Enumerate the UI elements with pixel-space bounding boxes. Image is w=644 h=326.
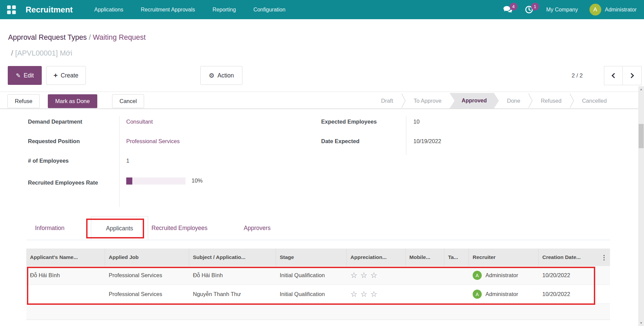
cell-mobile: [406, 266, 444, 285]
cell-applied-job: Professional Services: [105, 266, 189, 285]
column-tag[interactable]: Ta...: [444, 249, 469, 266]
user-menu[interactable]: A Administrator: [589, 4, 637, 15]
value-expected-employees: 10: [413, 119, 419, 125]
scroll-down-icon[interactable]: ▼: [638, 321, 644, 325]
cell-applicant-name: [26, 285, 105, 303]
stage-draft[interactable]: Draft: [373, 98, 401, 104]
tab-applicants-active[interactable]: Applicants: [91, 216, 148, 240]
table-row[interactable]: Đỗ Hải Bình Professional Services Đỗ Hải…: [26, 266, 610, 285]
cell-stage: Initial Qualification: [276, 266, 347, 285]
menu-applications[interactable]: Applications: [94, 7, 123, 13]
pager-count: 2 / 2: [572, 72, 583, 79]
messages-badge: 4: [510, 3, 517, 10]
cell-applicant-name: Đỗ Hải Bình: [26, 266, 105, 285]
cell-applied-job: Professional Services: [105, 285, 189, 303]
value-demand-department[interactable]: Consultant: [126, 119, 153, 125]
column-subject[interactable]: Subject / Applicatio...: [189, 249, 276, 266]
user-name: Administrator: [605, 7, 637, 13]
field-separator: [406, 116, 406, 155]
value-num-employees: 1: [126, 158, 129, 164]
cell-recruiter: A Administrator: [469, 266, 539, 285]
messages-icon[interactable]: 4: [503, 5, 513, 14]
user-avatar: A: [589, 4, 601, 15]
value-date-expected: 10/19/2022: [413, 138, 441, 144]
cancel-button[interactable]: Cancel: [112, 94, 144, 108]
mark-as-done-button[interactable]: Mark as Done: [48, 94, 97, 108]
cell-creation-date: 10/20/2022: [539, 266, 610, 285]
optional-columns-icon[interactable]: ⋮: [601, 254, 607, 261]
create-button[interactable]: + Create: [46, 66, 86, 85]
app-title[interactable]: Recruitment: [26, 5, 73, 14]
divider: [0, 108, 638, 109]
pager: [604, 66, 642, 85]
refuse-button[interactable]: Refuse: [7, 94, 40, 108]
tab-approvers[interactable]: Approvers: [244, 225, 271, 232]
empty-row: [26, 304, 610, 320]
pager-next-button[interactable]: [623, 66, 642, 85]
cell-appreciation: ☆☆☆: [347, 266, 406, 285]
scrollbar-thumb[interactable]: [639, 124, 644, 148]
tab-recruited-employees[interactable]: Recruited Employees: [151, 225, 207, 232]
company-switcher[interactable]: My Company: [546, 7, 578, 13]
menu-recruitment-approvals[interactable]: Recruitment Approvals: [141, 7, 195, 13]
stage-widget: Draft To Approve Approved Done Refused C…: [373, 93, 615, 108]
cell-creation-date: 10/20/2022: [539, 285, 610, 303]
applicants-table: Applicant's Name... Applied Job Subject …: [26, 249, 610, 320]
breadcrumb-waiting-request[interactable]: Waiting Request: [93, 33, 146, 41]
cell-appreciation: ☆☆☆: [347, 285, 406, 303]
top-navbar: Recruitment Applications Recruitment App…: [0, 0, 644, 19]
stage-refused[interactable]: Refused: [533, 98, 569, 104]
column-recruiter[interactable]: Recruiter: [469, 249, 539, 266]
cell-recruiter: A Administrator: [469, 285, 539, 303]
activities-icon[interactable]: 1: [525, 5, 535, 14]
apps-grid-icon[interactable]: [7, 5, 16, 14]
gear-icon: ⚙: [209, 72, 214, 79]
column-stage[interactable]: Stage: [276, 249, 347, 266]
star-rating-icons[interactable]: ☆☆☆: [350, 271, 380, 280]
pager-previous-button[interactable]: [604, 66, 623, 85]
column-creation-date[interactable]: Creation Date... ⋮: [539, 249, 610, 266]
value-requested-position[interactable]: Professional Services: [126, 138, 180, 144]
recruited-rate-progressbar: [126, 177, 185, 185]
stage-done[interactable]: Done: [499, 98, 528, 104]
chevron-left-icon: [611, 73, 617, 78]
breadcrumb-approval-request-types[interactable]: Approval Request Types: [8, 33, 87, 41]
label-recruited-rate: Recruited Employees Rate: [28, 176, 109, 189]
chevron-right-icon: [629, 73, 634, 78]
table-header-row: Applicant's Name... Applied Job Subject …: [26, 249, 610, 266]
table-row[interactable]: Professional Services Nguyễn Thanh Thư I…: [26, 285, 610, 304]
column-applied-job[interactable]: Applied Job: [105, 249, 189, 266]
column-mobile[interactable]: Mobile...: [406, 249, 444, 266]
breadcrumb-current-record: [APVL00001] Mới: [15, 49, 72, 57]
cell-tag: [444, 285, 469, 303]
cell-mobile: [406, 285, 444, 303]
label-num-employees: # of Employees: [28, 158, 69, 164]
cell-subject: Đỗ Hải Bình: [189, 266, 276, 285]
action-button[interactable]: ⚙ Action: [200, 66, 242, 85]
column-appreciation[interactable]: Appreciation...: [347, 249, 406, 266]
plus-icon: +: [54, 71, 58, 79]
label-date-expected: Date Expected: [321, 138, 360, 144]
stage-approved-active[interactable]: Approved: [449, 93, 499, 108]
stage-cancelled[interactable]: Cancelled: [574, 98, 615, 104]
cell-tag: [444, 266, 469, 285]
column-applicant-name[interactable]: Applicant's Name...: [26, 249, 105, 266]
pencil-icon: ✎: [16, 72, 21, 79]
stage-to-approve[interactable]: To Approve: [406, 98, 450, 104]
tabs-underline: [27, 240, 610, 240]
menu-configuration[interactable]: Configuration: [253, 7, 285, 13]
value-recruited-rate: 10%: [192, 177, 203, 184]
divider: [0, 92, 638, 92]
cell-stage: Initial Qualification: [276, 285, 347, 303]
field-separator: [119, 116, 120, 207]
tab-information[interactable]: Information: [35, 225, 65, 232]
edit-button[interactable]: ✎ Edit: [8, 66, 42, 85]
scroll-up-icon[interactable]: ▲: [638, 87, 644, 92]
label-requested-position: Requested Position: [28, 138, 80, 144]
progressbar-fill: [126, 177, 132, 185]
stage-separator-icon: [528, 93, 533, 108]
vertical-scrollbar[interactable]: ▲ ▼: [638, 86, 644, 326]
menu-reporting[interactable]: Reporting: [212, 7, 236, 13]
recruiter-avatar: A: [473, 290, 482, 299]
star-rating-icons[interactable]: ☆☆☆: [350, 290, 380, 299]
